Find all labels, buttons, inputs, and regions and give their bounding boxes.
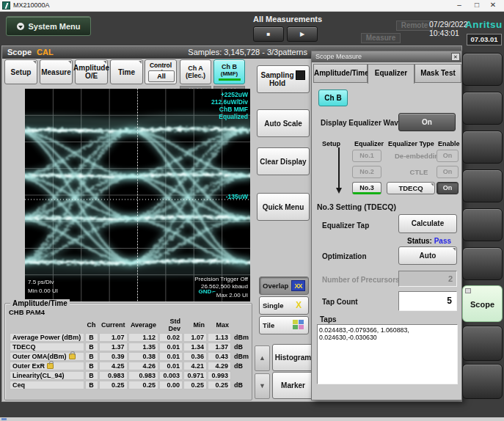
- sampling-hold-button[interactable]: Sampling Hold: [257, 65, 310, 93]
- setup-flow-arrow-icon: [338, 147, 340, 188]
- date-time: 07/29/2022 10:43:01: [429, 20, 468, 37]
- measure-button[interactable]: Measure: [40, 59, 73, 84]
- setup-column-header: Setup: [322, 140, 340, 147]
- trigger-status-label: Precision Trigger Off: [194, 276, 248, 283]
- eq-no1-enable-button[interactable]: On: [437, 150, 459, 162]
- tab-equalizer[interactable]: Equalizer: [368, 64, 414, 84]
- ch-b-label: Ch B: [222, 63, 237, 70]
- time: 10:43:01: [429, 29, 468, 37]
- ch-b-button[interactable]: Ch B (MMF): [213, 59, 245, 84]
- minimize-button[interactable]: –: [453, 1, 466, 10]
- calculate-button[interactable]: Calculate: [398, 214, 457, 233]
- header-current: Current: [99, 318, 128, 332]
- equalizer-tap-label: Equalizer Tap: [322, 222, 369, 230]
- header-average: Average: [128, 318, 158, 332]
- equalizer-type-column-header: Equalizer Type: [388, 140, 434, 147]
- table-header-row: Ch Current Average Std Dev Min Max: [10, 318, 251, 332]
- rail-softkey-3[interactable]: [462, 131, 503, 164]
- lock-icon: [47, 363, 54, 369]
- channel-pam4-subtitle: CHB PAM4: [9, 308, 45, 316]
- anritsu-logo: Anritsu: [465, 19, 503, 30]
- eq-no2-enable-button[interactable]: On: [437, 166, 459, 178]
- amplitude-oe-button[interactable]: Amplitude O/E: [75, 59, 108, 84]
- tab-amplitude-time[interactable]: Amplitude/Time: [313, 64, 368, 83]
- play-icon: ▶: [300, 31, 304, 37]
- eq-no2-button[interactable]: No.2: [352, 166, 381, 178]
- scope-measure-dialog: Scope Measure ✕ Amplitude/Time Equalizer…: [311, 51, 462, 400]
- table-row: Linearity(CL_94)B 0.9830.983 0.0030.971 …: [10, 371, 251, 380]
- stop-button[interactable]: ■: [253, 26, 284, 42]
- equalizer-column-header: Equalizer: [354, 140, 384, 147]
- measure-indicator: Measure: [361, 33, 401, 43]
- eq-no3-button[interactable]: No.3: [352, 182, 381, 194]
- scroll-down-button[interactable]: ▼: [255, 373, 270, 399]
- rail-softkey-7[interactable]: [462, 326, 503, 361]
- rail-softkey-4[interactable]: [462, 169, 503, 202]
- samples-counter: Samples: 3,145,728 - 3/3patterns: [188, 48, 307, 56]
- max-ui-label: Max 2.00 UI: [216, 292, 248, 299]
- ch-a-button[interactable]: Ch A (Elec.): [180, 59, 211, 84]
- min-ui-label: Min 0.00 UI: [28, 288, 58, 295]
- dialog-title-bar[interactable]: Scope Measure ✕: [312, 51, 461, 62]
- clear-display-button[interactable]: Clear Display: [257, 147, 310, 175]
- quick-menu-button[interactable]: Quick Menu: [257, 193, 310, 221]
- tile-view-button[interactable]: Tile: [259, 316, 309, 334]
- application-window: MX210000A – □ ✕ System Menu All Measurem…: [0, 0, 504, 421]
- header-ch: Ch: [85, 318, 98, 332]
- eye-channel-label: ChB MMF: [219, 106, 248, 113]
- rail-softkey-1[interactable]: [462, 53, 503, 86]
- time-button[interactable]: Time: [110, 59, 143, 84]
- control-ch-all-button[interactable]: All: [148, 70, 175, 82]
- taps-label: Taps: [320, 315, 337, 323]
- remote-indicator: Remote: [396, 21, 433, 31]
- overlap-view-button[interactable]: Overlap XX: [259, 277, 309, 295]
- tap-count-input[interactable]: 5: [398, 291, 457, 311]
- rail-softkey-6[interactable]: [462, 247, 503, 280]
- setup-button[interactable]: Setup: [4, 59, 37, 84]
- table-row: Outer ExR B 4.254.26 0.014.21 4.29dB: [10, 362, 251, 370]
- no3-setting-title: No.3 Setting (TDECQ): [317, 202, 396, 211]
- rail-softkey-2[interactable]: [462, 92, 503, 125]
- play-button[interactable]: ▶: [287, 26, 318, 42]
- single-view-button[interactable]: Single X: [259, 296, 309, 315]
- ch-b-sublabel: (MMF): [221, 70, 238, 78]
- precursors-label: Number of Precursors: [322, 276, 400, 284]
- sampling-hold-led: [296, 70, 305, 80]
- enable-column-header: Enable: [438, 140, 460, 147]
- dialog-ch-b-button[interactable]: Ch B: [318, 89, 348, 106]
- tab-mask-test[interactable]: Mask Test: [414, 64, 461, 83]
- histogram-button[interactable]: Histogram: [272, 344, 314, 371]
- eq-no3-enable-button[interactable]: On: [437, 182, 459, 194]
- app-icon: [2, 1, 10, 10]
- scroll-up-button[interactable]: ▲: [255, 345, 270, 371]
- dialog-close-icon[interactable]: ✕: [451, 53, 460, 61]
- maximize-button[interactable]: □: [470, 1, 483, 10]
- optimization-auto-button[interactable]: Auto: [398, 246, 457, 265]
- tile-grid-icon: [293, 320, 305, 331]
- header-min: Min: [183, 318, 207, 332]
- measurement-table: Ch Current Average Std Dev Min Max Avera…: [9, 317, 252, 390]
- system-menu-button[interactable]: System Menu: [6, 16, 91, 36]
- auto-scale-button[interactable]: Auto Scale: [257, 109, 310, 137]
- single-eye-icon: X: [291, 300, 305, 311]
- scope-app-button[interactable]: Scope: [462, 285, 503, 322]
- stop-icon: ■: [267, 31, 271, 37]
- optimization-label: Optimization: [322, 252, 367, 260]
- status-line: Status: Pass: [407, 237, 451, 245]
- system-menu-label: System Menu: [29, 22, 81, 31]
- table-row: TDECQB 1.371.35 0.011.34 1.37dB: [10, 343, 251, 351]
- marker-button[interactable]: Marker: [272, 372, 314, 399]
- table-row: Average Power (dBm)B 1.071.12 0.021.07 1…: [10, 333, 251, 342]
- scope-panel: Scope CAL Samples: 3,145,728 - 3/3patter…: [1, 45, 462, 402]
- taps-textarea[interactable]: 0.024483,-0.079366, 1.060883, 0.024630,-…: [317, 324, 458, 384]
- eq-no3-type-button[interactable]: TDECQ: [387, 182, 435, 194]
- date: 07/29/2022: [429, 20, 468, 29]
- close-button[interactable]: ✕: [486, 1, 500, 10]
- taskbar-edge: [0, 417, 504, 421]
- eq-no1-button[interactable]: No.1: [352, 150, 381, 162]
- display-eq-on-button[interactable]: On: [398, 113, 456, 131]
- down-arrow-icon: ▼: [259, 382, 266, 389]
- rail-softkey-8[interactable]: [462, 364, 503, 399]
- rail-softkey-5[interactable]: [462, 208, 503, 241]
- firmware-version: 07.03.01: [467, 34, 502, 45]
